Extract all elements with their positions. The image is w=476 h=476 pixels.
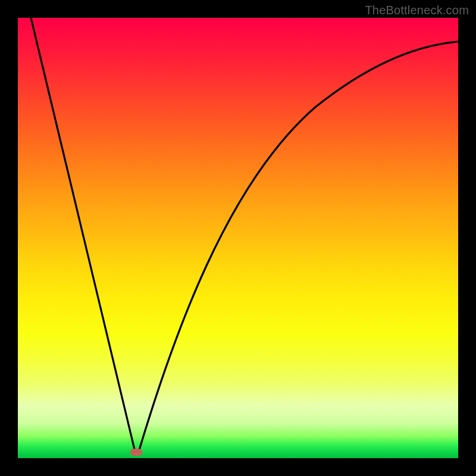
chart-stage: TheBottleneck.com <box>0 0 476 476</box>
optimal-marker <box>130 449 142 456</box>
plot-area <box>18 18 458 458</box>
watermark-text: TheBottleneck.com <box>365 4 469 17</box>
bottleneck-curve <box>31 18 458 452</box>
curve-svg <box>18 18 458 458</box>
